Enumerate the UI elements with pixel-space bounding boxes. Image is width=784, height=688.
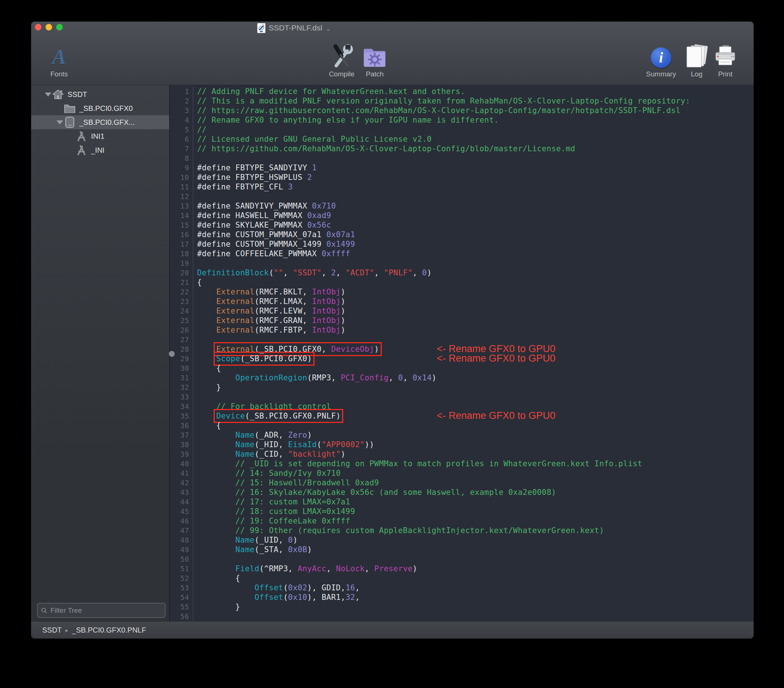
code-line: 4// Rename GFX0 to anything else if your… xyxy=(170,115,754,125)
line-number: 34 xyxy=(170,402,193,411)
line-number: 8 xyxy=(170,153,193,163)
line-number: 46 xyxy=(170,516,193,526)
line-number: 12 xyxy=(170,191,193,201)
code-line: 47 // 99: Other (requires custom AppleBa… xyxy=(170,526,754,535)
code-text: External(RMCF.LMAX, IntObj) xyxy=(193,297,345,306)
printer-icon xyxy=(713,43,737,68)
line-number: 23 xyxy=(170,297,193,306)
code-line: 30 { xyxy=(170,363,754,373)
zoom-button[interactable] xyxy=(56,24,63,30)
line-number: 42 xyxy=(170,478,193,488)
code-line: 14#define HASWELL_PWMMAX 0xad9 xyxy=(170,211,754,220)
code-text: OperationRegion(RMP3, PCI_Config, 0, 0x1… xyxy=(193,373,436,383)
code-line: 37 Name(_ADR, Zero) xyxy=(170,430,754,440)
code-text: #define HASWELL_PWMMAX 0xad9 xyxy=(193,211,331,220)
code-text: #define FBTYPE_SANDYIVY 1 xyxy=(193,163,317,173)
code-text: // 99: Other (requires custom AppleBackl… xyxy=(193,526,604,535)
code-line: 16#define CUSTOM_PWMMAX_07a1 0x07a1 xyxy=(170,230,754,239)
code-line: 50 xyxy=(170,554,754,564)
line-number: 21 xyxy=(170,277,193,287)
code-text: // Rename GFX0 to anything else if your … xyxy=(193,115,499,125)
line-number: 30 xyxy=(170,363,193,373)
code-line: 55 } xyxy=(170,602,754,612)
code-text: Device(_SB.PCI0.GFX0.PNLF) xyxy=(193,411,341,421)
line-number: 3 xyxy=(170,106,193,115)
line-number: 37 xyxy=(170,430,193,440)
code-text: DefinitionBlock("", "SSDT", 2, "ACDT", "… xyxy=(193,268,432,277)
window-title: SSDT-PNLF.dsl xyxy=(268,23,322,32)
sidebar-item-label: INI1 xyxy=(91,132,105,140)
code-line: 6// Licensed under GNU General Public Li… xyxy=(170,134,754,144)
red-highlight-box: Device(_SB.PCI0.GFX0.PNLF) xyxy=(216,412,341,421)
line-number: 10 xyxy=(170,173,193,182)
line-number: 45 xyxy=(170,507,193,516)
line-number: 48 xyxy=(170,535,193,545)
red-highlight-box: External(_SB.PCI0.GFX0, DeviceObj) xyxy=(216,345,379,353)
line-number: 40 xyxy=(170,459,193,469)
code-text: // 18: custom LMAX=0x1499 xyxy=(193,507,355,516)
code-text: #define FBTYPE_CFL 3 xyxy=(193,182,293,191)
status-bar: SSDT ▸ _SB.PCI0.GFX0.PNLF xyxy=(31,621,754,639)
code-text: External(RMCF.GRAN, IntObj) xyxy=(193,316,345,325)
line-number: 55 xyxy=(170,602,193,612)
code-line: 53 Offset(0x02), GDID,16, xyxy=(170,583,754,592)
code-line: 41 // 14: Sandy/Ivy 0x710 xyxy=(170,469,754,478)
gutter-marker-dot xyxy=(169,351,175,357)
line-number: 19 xyxy=(170,259,193,268)
disclosure-triangle-icon[interactable] xyxy=(44,92,52,97)
code-line: 9#define FBTYPE_SANDYIVY 1 xyxy=(170,163,754,173)
code-line: 20DefinitionBlock("", "SSDT", 2, "ACDT",… xyxy=(170,268,754,277)
code-text: External(RMCF.LEVW, IntObj) xyxy=(193,306,345,316)
fonts-button[interactable]: A Fonts xyxy=(35,43,83,78)
code-text: #define CUSTOM_PWMMAX_07a1 0x07a1 xyxy=(193,230,355,239)
line-number: 50 xyxy=(170,554,193,564)
line-number: 6 xyxy=(170,134,193,144)
fonts-icon: A xyxy=(52,43,66,68)
code-text: { xyxy=(193,363,221,373)
filter-tree-field[interactable] xyxy=(37,603,166,618)
code-line: 13#define SANDYIVY_PWMMAX 0x710 xyxy=(170,201,754,211)
code-text: // 14: Sandy/Ivy 0x710 xyxy=(193,469,341,478)
filter-tree-input[interactable] xyxy=(49,606,161,615)
code-line: 31 OperationRegion(RMP3, PCI_Config, 0, … xyxy=(170,373,754,383)
line-number: 31 xyxy=(170,373,193,383)
code-text: Offset(0x10), BAR1,32, xyxy=(193,592,360,602)
code-line: 48 Name(_UID, 0) xyxy=(170,535,754,545)
code-text xyxy=(193,335,197,344)
code-line: 19 xyxy=(170,259,754,268)
patch-button[interactable]: Patch xyxy=(351,43,399,78)
sidebar-item-ini[interactable]: _INI xyxy=(31,143,169,157)
line-number: 39 xyxy=(170,449,193,459)
sidebar-item-label: _SB.PCI0.GFX... xyxy=(79,118,135,127)
traffic-lights xyxy=(35,24,63,30)
sidebar-item-sb-pci0-gfx0[interactable]: _SB.PCI0.GFX0 xyxy=(31,101,169,115)
code-line: 38 Name(_HID, EisaId("APP0002")) xyxy=(170,440,754,449)
close-button[interactable] xyxy=(35,24,41,30)
home-icon xyxy=(52,89,64,100)
code-text: // For backlight control xyxy=(193,402,331,411)
annotation-rename-gfx0: <- Rename GFX0 to GPU0 xyxy=(437,410,555,421)
code-text: } xyxy=(193,383,221,392)
line-number: 18 xyxy=(170,249,193,259)
line-number: 14 xyxy=(170,211,193,220)
line-number: 11 xyxy=(170,182,193,191)
line-number: 7 xyxy=(170,144,193,153)
code-line: 18#define COFFEELAKE_PWMMAX 0xffff xyxy=(170,249,754,259)
window-title-area[interactable]: SSDT-PNLF.dsl ⌄ xyxy=(257,22,331,33)
code-line: 24 External(RMCF.LEVW, IntObj) xyxy=(170,306,754,316)
code-text: // https://github.com/RehabMan/OS-X-Clov… xyxy=(193,144,575,153)
minimize-button[interactable] xyxy=(46,24,52,30)
disclosure-triangle-icon[interactable] xyxy=(56,120,64,124)
line-number: 38 xyxy=(170,440,193,449)
code-line: 43 // 16: Skylake/KabyLake 0x56c (and so… xyxy=(170,488,754,497)
code-text: #define COFFEELAKE_PWMMAX 0xffff xyxy=(193,249,350,259)
document-proxy-icon[interactable] xyxy=(257,23,265,33)
print-button[interactable]: Print xyxy=(702,43,749,78)
chevron-down-icon[interactable]: ⌄ xyxy=(326,25,331,33)
sidebar-item-sb-pci0-gfx[interactable]: _SB.PCI0.GFX... xyxy=(31,115,169,129)
line-number: 43 xyxy=(170,488,193,497)
sidebar-item-ini1[interactable]: INI1 xyxy=(31,129,169,143)
code-line: 5// xyxy=(170,125,754,134)
sidebar-item-ssdt[interactable]: SSDT xyxy=(31,87,169,101)
code-line: 32 } xyxy=(170,383,754,392)
